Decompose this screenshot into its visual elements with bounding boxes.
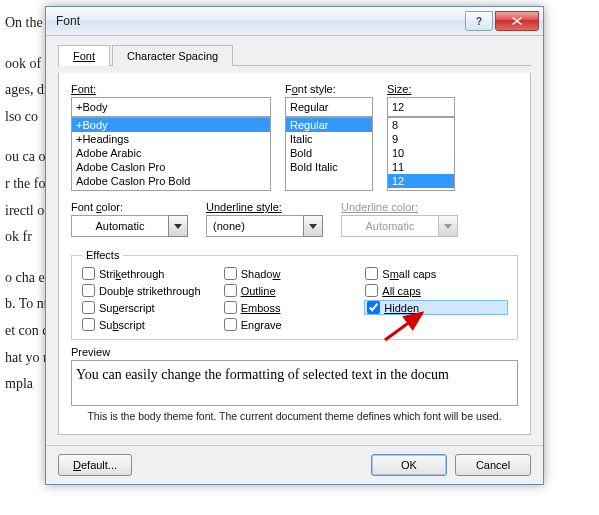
- font-label: Font:: [71, 83, 271, 95]
- underlinecolor-dropdown: Automatic: [341, 215, 458, 237]
- help-button[interactable]: ?: [465, 11, 493, 31]
- underlinecolor-label: Underline color:: [341, 201, 458, 213]
- cancel-button[interactable]: Cancel: [455, 454, 531, 476]
- tabs: Font Character Spacing: [58, 44, 531, 66]
- list-item[interactable]: 8: [388, 118, 454, 132]
- list-item[interactable]: 9: [388, 132, 454, 146]
- ok-button[interactable]: OK: [371, 454, 447, 476]
- preview-box: You can easily change the formatting of …: [71, 360, 518, 406]
- effects-group: Effects Strikethrough Double strikethrou…: [71, 249, 518, 340]
- size-input[interactable]: [387, 97, 455, 117]
- font-list[interactable]: +Body +Headings Adobe Arabic Adobe Caslo…: [71, 117, 271, 191]
- list-item[interactable]: +Body: [72, 118, 270, 132]
- font-input[interactable]: [71, 97, 271, 117]
- shadow-checkbox[interactable]: Shadow: [224, 267, 366, 280]
- titlebar[interactable]: Font ?: [46, 7, 543, 36]
- dialog-footer: Default... OK Cancel: [46, 445, 543, 484]
- close-button[interactable]: [495, 11, 539, 31]
- subscript-checkbox[interactable]: Subscript: [82, 318, 224, 331]
- underlinestyle-label: Underline style:: [206, 201, 323, 213]
- double-strikethrough-checkbox[interactable]: Double strikethrough: [82, 284, 224, 297]
- effects-legend: Effects: [82, 249, 123, 261]
- list-item[interactable]: 12: [388, 174, 454, 188]
- close-icon: [512, 17, 522, 25]
- tab-font[interactable]: Font: [58, 45, 110, 66]
- underlinestyle-dropdown[interactable]: (none): [206, 215, 323, 237]
- superscript-checkbox[interactable]: Superscript: [82, 301, 224, 314]
- tab-panel: Font: +Body +Headings Adobe Arabic Adobe…: [58, 73, 531, 435]
- fontstyle-input[interactable]: [285, 97, 373, 117]
- emboss-checkbox[interactable]: Emboss: [224, 301, 366, 314]
- list-item[interactable]: Bold Italic: [286, 160, 372, 174]
- preview-label: Preview: [71, 346, 518, 358]
- outline-checkbox[interactable]: Outline: [224, 284, 366, 297]
- preview-note: This is the body theme font. The current…: [71, 410, 518, 422]
- fontcolor-label: Font color:: [71, 201, 188, 213]
- engrave-checkbox[interactable]: Engrave: [224, 318, 366, 331]
- chevron-down-icon: [438, 215, 458, 237]
- strikethrough-checkbox[interactable]: Strikethrough: [82, 267, 224, 280]
- list-item[interactable]: Italic: [286, 132, 372, 146]
- list-item[interactable]: Adobe Arabic: [72, 146, 270, 160]
- tab-character-spacing[interactable]: Character Spacing: [112, 45, 233, 66]
- font-dialog: Font ? Font Character Spacing Font: +Bod…: [45, 6, 544, 485]
- default-button[interactable]: Default...: [58, 454, 132, 476]
- list-item[interactable]: Adobe Caslon Pro: [72, 160, 270, 174]
- list-item[interactable]: Adobe Caslon Pro Bold: [72, 174, 270, 188]
- chevron-down-icon: [168, 215, 188, 237]
- list-item[interactable]: Bold: [286, 146, 372, 160]
- fontstyle-list[interactable]: Regular Italic Bold Bold Italic: [285, 117, 373, 191]
- size-list[interactable]: 8 9 10 11 12: [387, 117, 455, 191]
- fontcolor-dropdown[interactable]: Automatic: [71, 215, 188, 237]
- list-item[interactable]: +Headings: [72, 132, 270, 146]
- dialog-title: Font: [56, 14, 465, 28]
- allcaps-checkbox[interactable]: All caps: [365, 284, 507, 297]
- smallcaps-checkbox[interactable]: Small caps: [365, 267, 507, 280]
- list-item[interactable]: 11: [388, 160, 454, 174]
- list-item[interactable]: 10: [388, 146, 454, 160]
- fontstyle-label: Font style:: [285, 83, 373, 95]
- hidden-checkbox[interactable]: Hidden: [365, 301, 507, 314]
- size-label: Size:: [387, 83, 455, 95]
- chevron-down-icon: [303, 215, 323, 237]
- list-item[interactable]: Regular: [286, 118, 372, 132]
